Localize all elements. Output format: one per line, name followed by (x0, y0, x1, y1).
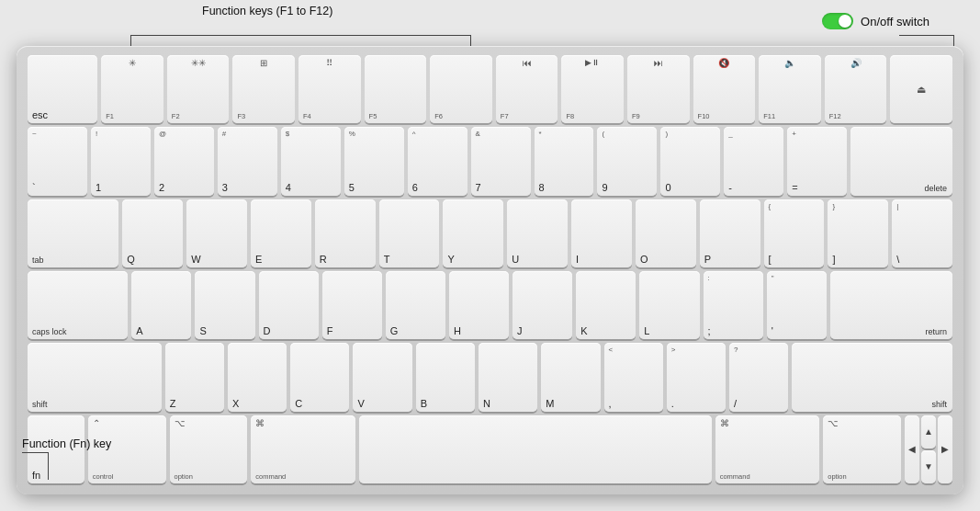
key-f8[interactable]: ▶⏸F8 (561, 55, 624, 123)
key-command-right[interactable]: ⌘ command (715, 415, 820, 483)
key-f11[interactable]: 🔈F11 (759, 55, 821, 123)
key-arrow-left[interactable]: ◀ (905, 415, 919, 483)
fk-annotation-line-h (130, 35, 470, 36)
key-slash[interactable]: ?/ (729, 343, 788, 411)
row-qwerty: tab Q W E R T Y U I O P {[ }] |\ (28, 199, 952, 267)
fn-key-label: Function (Fn) key (22, 437, 111, 450)
key-option-right[interactable]: ⌥ option (823, 415, 901, 483)
key-d[interactable]: D (259, 271, 319, 339)
key-f[interactable]: F (322, 271, 382, 339)
key-caps-lock[interactable]: caps lock (28, 271, 128, 339)
key-k[interactable]: K (576, 271, 636, 339)
keyboard: esc ✳F1 ✳✳F2 ⊞F3 ⠿F4 F5 F6 ⏮F7 ▶⏸F8 ⏭F9 … (17, 46, 963, 494)
key-backtick[interactable]: ~` (28, 127, 87, 195)
key-x[interactable]: X (228, 343, 287, 411)
key-z[interactable]: Z (165, 343, 224, 411)
key-tab[interactable]: tab (28, 199, 118, 267)
key-quote[interactable]: "' (767, 271, 827, 339)
key-delete[interactable]: delete (850, 127, 952, 195)
row-fn-keys: esc ✳F1 ✳✳F2 ⊞F3 ⠿F4 F5 F6 ⏮F7 ▶⏸F8 ⏭F9 … (28, 55, 952, 123)
key-shift-right[interactable]: shift (792, 343, 952, 411)
key-shift-left[interactable]: shift (28, 343, 162, 411)
key-arrow-right[interactable]: ▶ (938, 415, 952, 483)
key-b[interactable]: B (416, 343, 475, 411)
key-m[interactable]: M (541, 343, 600, 411)
fn-annotation-line-v (48, 452, 49, 480)
key-2[interactable]: @2 (154, 127, 214, 195)
key-c[interactable]: C (290, 343, 349, 411)
key-arrow-down[interactable]: ▼ (921, 450, 936, 483)
key-arrow-up[interactable]: ▲ (921, 415, 936, 449)
toggle-switch[interactable] (822, 13, 853, 29)
onoff-switch-annotation: On/off switch (822, 13, 929, 29)
key-h[interactable]: H (449, 271, 509, 339)
row-zxcv: shift Z X C V B N M <, >. ?/ shift (28, 343, 952, 411)
key-l[interactable]: L (639, 271, 699, 339)
key-f1[interactable]: ✳F1 (101, 55, 163, 123)
key-space[interactable] (359, 415, 712, 483)
key-f6[interactable]: F6 (430, 55, 492, 123)
key-period[interactable]: >. (667, 343, 726, 411)
row-numbers: ~` !1 @2 #3 $4 %5 ^6 &7 *8 (9 )0 _- += d… (28, 127, 952, 195)
key-f5[interactable]: F5 (365, 55, 427, 123)
key-f7[interactable]: ⏮F7 (496, 55, 558, 123)
key-comma[interactable]: <, (604, 343, 663, 411)
key-7[interactable]: &7 (471, 127, 531, 195)
key-esc[interactable]: esc (28, 55, 97, 123)
key-command-left[interactable]: ⌘ command (251, 415, 355, 483)
row-modifiers: fn ⌃ control ⌥ option ⌘ command ⌘ comman… (28, 415, 952, 483)
key-n[interactable]: N (479, 343, 537, 411)
key-6[interactable]: ^6 (408, 127, 467, 195)
key-0[interactable]: )0 (660, 127, 720, 195)
function-keys-label: Function keys (F1 to F12) (202, 5, 332, 17)
key-f10[interactable]: 🔇F10 (693, 55, 756, 123)
key-lbracket[interactable]: {[ (764, 199, 825, 267)
key-eject[interactable]: ⏏ (890, 55, 952, 123)
key-r[interactable]: R (315, 199, 376, 267)
key-f3[interactable]: ⊞F3 (232, 55, 295, 123)
arrow-up-down-group: ◀ ▲ ▼ ▶ (905, 415, 952, 483)
onoff-line-h (899, 35, 954, 36)
key-a[interactable]: A (131, 271, 191, 339)
key-8[interactable]: *8 (535, 127, 594, 195)
fn-annotation-line-h (22, 452, 48, 453)
key-f2[interactable]: ✳✳F2 (167, 55, 230, 123)
key-4[interactable]: $4 (281, 127, 341, 195)
key-rows: esc ✳F1 ✳✳F2 ⊞F3 ⠿F4 F5 F6 ⏮F7 ▶⏸F8 ⏭F9 … (28, 55, 952, 483)
key-option-left[interactable]: ⌥ option (170, 415, 248, 483)
key-s[interactable]: S (195, 271, 254, 339)
key-minus[interactable]: _- (724, 127, 783, 195)
key-equals[interactable]: += (787, 127, 847, 195)
onoff-label: On/off switch (861, 15, 929, 28)
key-j[interactable]: J (513, 271, 572, 339)
key-q[interactable]: Q (122, 199, 183, 267)
key-y[interactable]: Y (443, 199, 503, 267)
row-asdf: caps lock A S D F G H J K L :; "' return (28, 271, 952, 339)
arrow-key-group: ◀ ▲ ▼ ▶ (905, 415, 952, 483)
key-e[interactable]: E (251, 199, 311, 267)
key-return[interactable]: return (830, 271, 952, 339)
key-f12[interactable]: 🔊F12 (825, 55, 887, 123)
key-semicolon[interactable]: :; (704, 271, 763, 339)
key-5[interactable]: %5 (344, 127, 404, 195)
key-9[interactable]: (9 (597, 127, 657, 195)
key-g[interactable]: G (386, 271, 445, 339)
key-rbracket[interactable]: }] (828, 199, 888, 267)
key-backslash[interactable]: |\ (892, 199, 952, 267)
key-u[interactable]: U (507, 199, 568, 267)
key-o[interactable]: O (636, 199, 696, 267)
key-3[interactable]: #3 (218, 127, 277, 195)
key-v[interactable]: V (353, 343, 411, 411)
key-f9[interactable]: ⏭F9 (627, 55, 690, 123)
key-1[interactable]: !1 (91, 127, 151, 195)
key-p[interactable]: P (700, 199, 760, 267)
key-i[interactable]: I (571, 199, 632, 267)
key-w[interactable]: W (186, 199, 247, 267)
key-f4[interactable]: ⠿F4 (299, 55, 361, 123)
key-t[interactable]: T (379, 199, 440, 267)
